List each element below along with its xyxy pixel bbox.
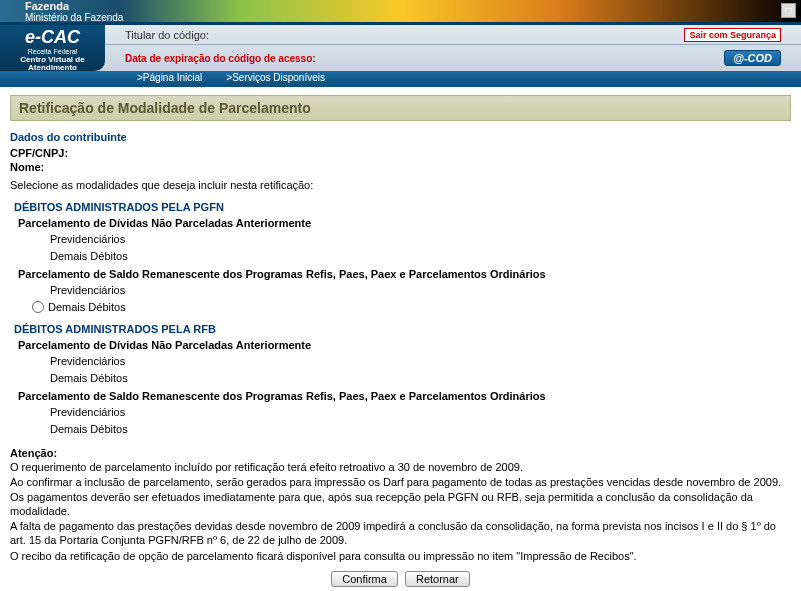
cat-pgfn: DÉBITOS ADMINISTRADOS PELA PGFN [14, 201, 791, 213]
opt-rfb-2-prev[interactable]: Previdenciários [50, 404, 791, 421]
attention-p3: A falta de pagamento das prestações devi… [10, 519, 791, 548]
rfb-sub2: Parcelamento de Saldo Remanescente dos P… [18, 390, 791, 402]
attention-p4: O recibo da retificação de opção de parc… [10, 549, 791, 563]
opt-pgfn-2-prev[interactable]: Previdenciários [50, 282, 791, 299]
page-title: Retificação de Modalidade de Parcelament… [10, 95, 791, 121]
ministry-header: Fazenda Ministério da Fazenda □ [0, 0, 801, 22]
pgfn-sub1: Parcelamento de Dívidas Não Parceladas A… [18, 217, 791, 229]
ministry-subtitle: Ministério da Fazenda [25, 12, 123, 23]
expiry-label: Data de expiração do código de acesso: [125, 53, 316, 64]
attention-label: Atenção: [10, 447, 791, 459]
nav-bar: >Página Inicial >Serviços Disponíveis [0, 71, 801, 87]
opt-rfb-2-dem[interactable]: Demais Débitos [50, 421, 791, 438]
opt-rfb-1-prev[interactable]: Previdenciários [50, 353, 791, 370]
nav-services[interactable]: >Serviços Disponíveis [214, 71, 337, 87]
receita-label: Receita Federal [4, 48, 101, 55]
maximize-icon[interactable]: □ [781, 3, 796, 18]
contribuinte-heading: Dados do contribuinte [10, 131, 791, 143]
ecod-badge: @-COD [724, 50, 781, 66]
opt-pgfn-1-prev[interactable]: Previdenciários [50, 231, 791, 248]
ecac-logo-text: e-CAC [4, 27, 101, 48]
centro-label: Centro Virtual de Atendimento [4, 56, 101, 72]
radio-icon[interactable] [32, 301, 44, 313]
pgfn-sub2: Parcelamento de Saldo Remanescente dos P… [18, 268, 791, 280]
opt-rfb-1-dem[interactable]: Demais Débitos [50, 370, 791, 387]
ecac-logo: e-CAC Receita Federal Centro Virtual de … [0, 25, 105, 71]
titular-label: Titular do código: [125, 29, 209, 41]
opt-pgfn-1-dem[interactable]: Demais Débitos [50, 248, 791, 265]
confirma-button[interactable]: Confirma [331, 571, 398, 587]
attention-p1: O requerimento de parcelamento incluído … [10, 460, 791, 474]
rfb-sub1: Parcelamento de Dívidas Não Parceladas A… [18, 339, 791, 351]
logout-button[interactable]: Sair com Segurança [684, 28, 781, 42]
opt-pgfn-2-dem[interactable]: Demais Débitos [50, 299, 791, 316]
cpf-label: CPF/CNPJ: [10, 147, 68, 159]
attention-p2: Ao confirmar a inclusão de parcelamento,… [10, 475, 791, 518]
nav-home[interactable]: >Página Inicial [125, 71, 214, 87]
nome-label: Nome: [10, 161, 44, 173]
cat-rfb: DÉBITOS ADMINISTRADOS PELA RFB [14, 323, 791, 335]
ministry-title: Fazenda [25, 0, 69, 12]
app-header: e-CAC Receita Federal Centro Virtual de … [0, 25, 801, 71]
instruction-text: Selecione as modalidades que deseja incl… [10, 179, 791, 191]
retornar-button[interactable]: Retornar [405, 571, 470, 587]
